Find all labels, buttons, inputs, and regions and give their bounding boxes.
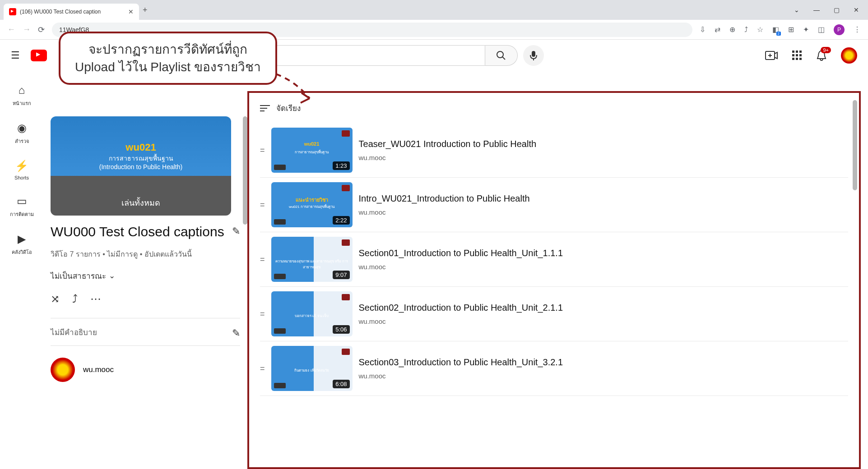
video-thumbnail[interactable]: แนะนำรายวิชาwu021 การสาธารณสุขพื้นฐาน2:2… (271, 182, 353, 227)
install-icon[interactable]: ⇩ (700, 25, 706, 34)
window-controls: ⌄ — ▢ ✕ (792, 6, 864, 14)
bookmark-icon[interactable]: ☆ (757, 25, 763, 34)
video-item[interactable]: =บอกสาวจร เจ้.จน.เจ็บ5:06Section02_Intro… (260, 287, 848, 341)
maximize-icon[interactable]: ▢ (832, 6, 841, 14)
video-title: Teaser_WU021 Introduction to Public Heal… (359, 139, 848, 149)
sidebar-item-shorts[interactable]: ⚡Shorts (0, 152, 43, 188)
create-icon[interactable] (765, 51, 778, 60)
video-title: Section01_Introduction to Public Health_… (359, 248, 848, 258)
chevron-down-icon[interactable]: ⌄ (792, 6, 801, 14)
notification-badge: 9+ (821, 47, 831, 53)
drag-handle-icon[interactable]: = (260, 364, 265, 373)
playlist-meta: วิดีโอ 7 รายการ • ไม่มีการดู • อัปเดตแล้… (51, 248, 240, 260)
video-thumbnail[interactable]: ความหมายของสุขภาพ และสาธารณสุข หรือ การส… (271, 237, 353, 282)
share-icon[interactable]: ⤴ (72, 293, 78, 305)
svg-rect-9 (799, 51, 802, 53)
share-icon[interactable]: ⤴ (744, 26, 748, 34)
channel-name: wu.mooc (83, 365, 114, 374)
video-item[interactable]: =กินตามธง เพิ่มวัดสมวัย6:08Section03_Int… (260, 341, 848, 396)
video-thumbnail[interactable]: wu021การสาธารณสุขพื้นฐาน1:23 (271, 128, 353, 173)
extension-icon[interactable]: ◧2 (772, 25, 779, 34)
playlist-hero-thumbnail[interactable]: wu021 การสาธารณสุขพื้นฐาน (Introduction … (51, 116, 231, 216)
video-duration: 6:08 (333, 380, 349, 388)
video-channel: wu.mooc (359, 317, 848, 325)
search-icon (496, 50, 506, 61)
shuffle-icon[interactable]: ⤨ (51, 293, 60, 305)
forward-button[interactable]: → (23, 25, 31, 34)
sidebar-item-subscriptions[interactable]: ▭การติดตาม (0, 188, 43, 225)
drag-handle-icon[interactable]: = (260, 200, 265, 210)
sidepanel-icon[interactable]: ◫ (818, 25, 825, 34)
drag-handle-icon[interactable]: = (260, 309, 265, 319)
new-tab-button[interactable]: + (143, 5, 148, 15)
search-button[interactable] (485, 45, 518, 66)
svg-rect-13 (792, 58, 794, 60)
video-channel: wu.mooc (359, 154, 848, 161)
svg-rect-11 (796, 54, 798, 56)
video-item[interactable]: =แนะนำรายวิชาwu021 การสาธารณสุขพื้นฐาน2:… (260, 178, 848, 232)
reload-button[interactable]: ⟳ (38, 25, 45, 35)
library-icon: ▶ (18, 233, 26, 245)
video-thumbnail[interactable]: กินตามธง เพิ่มวัดสมวัย6:08 (271, 346, 353, 391)
home-icon: ⌂ (19, 84, 25, 97)
drag-handle-icon[interactable]: = (260, 146, 265, 155)
back-button[interactable]: ← (7, 25, 15, 34)
edit-description-icon[interactable]: ✎ (232, 327, 240, 339)
chevron-down-icon: ⌄ (109, 271, 115, 280)
sidebar-item-library[interactable]: ▶คลังวิดีโอ (0, 225, 43, 263)
close-window-icon[interactable]: ✕ (852, 6, 861, 14)
playlist-info-panel: wu021 การสาธารณสุขพื้นฐาน (Introduction … (51, 71, 240, 469)
video-channel: wu.mooc (359, 208, 848, 216)
apps-grid-icon[interactable] (792, 51, 802, 60)
svg-rect-8 (796, 51, 798, 53)
hamburger-icon[interactable]: ☰ (11, 50, 20, 61)
sidebar-item-explore[interactable]: ◉สำรวจ (0, 115, 43, 152)
sort-button[interactable]: จัดเรียง (260, 102, 848, 114)
svg-point-0 (497, 51, 503, 58)
svg-rect-14 (796, 58, 798, 60)
video-channel: wu.mooc (359, 263, 848, 271)
video-duration: 9:07 (333, 271, 349, 279)
youtube-favicon-icon (9, 8, 16, 15)
puzzle-icon[interactable]: ✦ (803, 25, 809, 34)
video-item[interactable]: =wu021การสาธารณสุขพื้นฐาน1:23Teaser_WU02… (260, 123, 848, 178)
notifications-icon[interactable]: 9+ (817, 50, 826, 61)
tab-close-icon[interactable]: ✕ (128, 8, 134, 15)
channel-avatar (51, 358, 75, 382)
svg-line-1 (502, 57, 505, 60)
scrollbar[interactable] (243, 116, 247, 225)
video-duration: 5:06 (333, 325, 349, 334)
video-duration: 2:22 (333, 216, 349, 225)
edit-title-icon[interactable]: ✎ (232, 225, 240, 237)
cc-badge-icon (274, 328, 286, 334)
video-thumbnail[interactable]: บอกสาวจร เจ้.จน.เจ็บ5:06 (271, 291, 353, 336)
menu-dots-icon[interactable]: ⋮ (854, 25, 861, 34)
privacy-dropdown[interactable]: ไม่เป็นสาธารณะ⌄ (51, 270, 240, 282)
cc-badge-icon (274, 219, 286, 225)
channel-link[interactable]: wu.mooc (51, 358, 240, 382)
video-list-panel: จัดเรียง =wu021การสาธารณสุขพื้นฐาน1:23Te… (247, 91, 861, 469)
more-menu-icon[interactable]: ⋯ (90, 293, 101, 305)
zoom-icon[interactable]: ⊕ (729, 25, 735, 34)
browser-tab-bar: (106) WU000 Test Closed caption ✕ + ⌄ — … (0, 0, 868, 20)
svg-rect-10 (792, 54, 794, 56)
user-avatar[interactable] (841, 47, 857, 64)
scrollbar[interactable] (853, 100, 857, 190)
video-item[interactable]: =ความหมายของสุขภาพ และสาธารณสุข หรือ การ… (260, 232, 848, 287)
voice-search-button[interactable] (523, 45, 544, 66)
mic-icon (529, 51, 538, 60)
profile-avatar[interactable]: P (834, 24, 845, 35)
sidebar: ⌂หน้าแรก ◉สำรวจ ⚡Shorts ▭การติดตาม ▶คลัง… (0, 71, 43, 469)
tab-title: (106) WU000 Test Closed caption (20, 9, 125, 15)
cc-badge-icon (274, 383, 286, 388)
youtube-logo-icon[interactable] (31, 50, 47, 61)
minimize-icon[interactable]: — (812, 6, 821, 14)
extension2-icon[interactable]: ⊞ (788, 25, 794, 34)
cc-badge-icon (274, 274, 286, 279)
video-title: Section02_Introduction to Public Health_… (359, 303, 848, 313)
video-channel: wu.mooc (359, 372, 848, 380)
sidebar-item-home[interactable]: ⌂หน้าแรก (0, 77, 43, 115)
browser-tab[interactable]: (106) WU000 Test Closed caption ✕ (4, 4, 139, 20)
drag-handle-icon[interactable]: = (260, 255, 265, 264)
translate-icon[interactable]: ⇄ (715, 25, 720, 34)
